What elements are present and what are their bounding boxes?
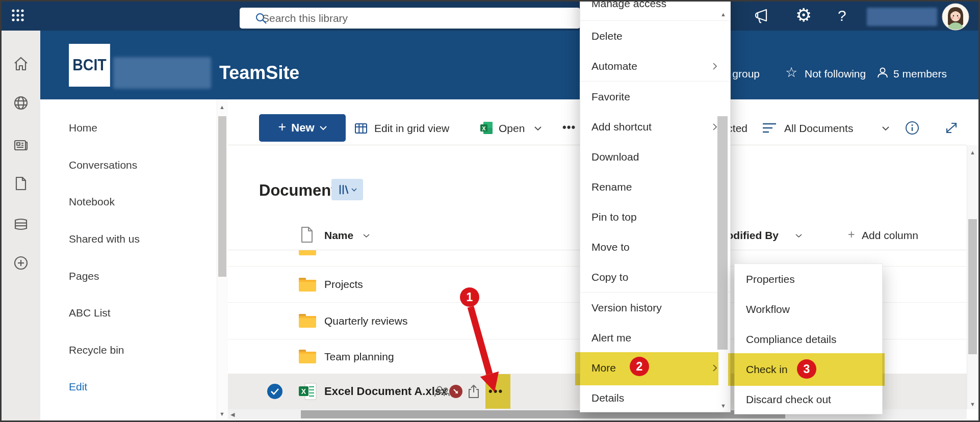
vertical-scrollbar-thumb[interactable] [968, 219, 977, 354]
folder-icon[interactable] [298, 349, 317, 364]
folder-row-quarterly-reviews[interactable]: Quarterly reviews [324, 315, 407, 327]
svg-text:X: X [482, 125, 486, 131]
follow-button[interactable]: Not following [805, 68, 866, 80]
grid-view-icon [354, 121, 368, 136]
megaphone-icon[interactable] [754, 8, 773, 24]
edit-grid-view-button[interactable]: Edit in grid view [374, 122, 449, 135]
submenu-item-discard-check-out[interactable]: Discard check out [735, 384, 882, 414]
menu-item-move-to[interactable]: Move to [580, 232, 730, 262]
menu-item-label: Alert me [591, 332, 631, 344]
menu-scrollbar-thumb[interactable] [717, 116, 728, 350]
globe-icon[interactable] [13, 95, 29, 111]
person-icon [876, 66, 889, 80]
site-title[interactable]: TeamSite [219, 62, 299, 84]
nav-scrollbar-thumb[interactable] [218, 116, 226, 277]
folder-row-team-planning[interactable]: Team planning [324, 351, 394, 363]
menu-item-label: Rename [591, 181, 632, 193]
menu-item-rename[interactable]: Rename [580, 172, 730, 202]
menu-item-label: Version history [591, 302, 662, 314]
nav-item-abc-list[interactable]: ABC List [69, 307, 111, 319]
new-button[interactable]: + New [259, 114, 346, 142]
menu-item-delete[interactable]: Delete [580, 21, 730, 51]
chevron-down-icon [363, 234, 370, 238]
menu-item-favorite[interactable]: Favorite [580, 82, 730, 112]
help-icon[interactable]: ? [838, 7, 846, 24]
plus-icon: + [278, 119, 286, 135]
menu-item-add-shortcut[interactable]: Add shortcut [580, 112, 730, 142]
submenu-item-compliance-details[interactable]: Compliance details [735, 324, 882, 354]
info-icon[interactable] [905, 120, 920, 136]
submenu-item-properties[interactable]: Properties [735, 264, 882, 294]
chevron-down-icon [795, 234, 802, 238]
chevron-down-icon[interactable] [534, 126, 541, 131]
menu-item-alert-me[interactable]: Alert me [580, 323, 730, 353]
nav-scroll-up-icon[interactable]: ▲ [219, 104, 225, 110]
view-toggle-button[interactable] [331, 179, 363, 200]
menu-item-label: Automate [591, 60, 637, 72]
annotation-badge-2: 2 [630, 357, 649, 376]
news-icon[interactable] [13, 137, 29, 153]
nav-item-home[interactable]: Home [69, 122, 97, 134]
search-placeholder: Search this library [262, 12, 348, 24]
user-name-redacted [867, 8, 937, 26]
v-scroll-down-icon[interactable]: ▼ [970, 402, 975, 407]
document-icon[interactable] [13, 175, 29, 192]
menu-item-version-history[interactable]: Version history [580, 293, 730, 323]
nav-item-notebook[interactable]: Notebook [69, 196, 115, 208]
nav-item-recycle-bin[interactable]: Recycle bin [69, 344, 124, 356]
menu-item-label: Discard check out [746, 393, 831, 406]
avatar[interactable] [942, 3, 969, 31]
bookshelf-icon [338, 184, 349, 195]
folder-row-projects[interactable]: Projects [324, 278, 363, 291]
folder-icon[interactable] [298, 277, 317, 292]
add-circle-icon[interactable] [13, 255, 29, 271]
menu-item-label: Add shortcut [591, 121, 652, 133]
menu-item-copy-to[interactable]: Copy to [580, 262, 730, 292]
menu-item-details[interactable]: Details [580, 383, 730, 413]
nav-item-conversations[interactable]: Conversations [69, 159, 137, 171]
folder-icon[interactable] [298, 313, 317, 328]
menu-scroll-up-icon[interactable]: ▲ [720, 12, 726, 17]
star-icon: ☆ [785, 64, 797, 81]
menu-item-label: Compliance details [746, 333, 836, 346]
file-row-name[interactable]: Excel Document A.xlsx [324, 385, 447, 398]
app-launcher-waffle-icon[interactable] [11, 9, 25, 22]
menu-item-label: Download [591, 151, 639, 163]
nav-item-shared-with-us[interactable]: Shared with us [69, 233, 140, 245]
h-scroll-left-icon[interactable]: ◀ [230, 412, 235, 417]
plus-icon: + [848, 228, 855, 242]
menu-item-label: Copy to [591, 271, 628, 283]
excel-file-icon: X [298, 382, 318, 401]
annotation-arrow [449, 279, 515, 412]
row-selected-check-icon[interactable] [267, 384, 282, 399]
file-type-column-icon [300, 226, 314, 243]
search-input[interactable]: Search this library [240, 8, 580, 29]
nav-item-pages[interactable]: Pages [69, 270, 99, 282]
column-header-name[interactable]: Name [324, 229, 353, 242]
menu-item-label: Details [591, 392, 624, 404]
nav-scroll-down-icon[interactable]: ▼ [219, 411, 225, 417]
people-icon[interactable] [434, 385, 450, 399]
menu-scroll-down-icon[interactable]: ▼ [720, 403, 726, 409]
site-logo[interactable]: BCIT [69, 44, 110, 87]
menu-item-manage-access[interactable]: Manage access [580, 0, 730, 20]
submenu-item-workflow[interactable]: Workflow [735, 294, 882, 324]
home-icon[interactable] [13, 56, 29, 72]
settings-gear-icon[interactable]: ⚙ [795, 3, 812, 28]
open-button[interactable]: Open [499, 122, 525, 135]
menu-item-download[interactable]: Download [580, 142, 730, 172]
chevron-down-icon[interactable] [882, 126, 889, 131]
submenu-chevron-icon [713, 123, 717, 130]
menu-item-automate[interactable]: Automate [580, 51, 730, 81]
menu-item-pin-to-top[interactable]: Pin to top [580, 202, 730, 232]
toolbar-overflow-ellipsis[interactable]: ••• [562, 121, 576, 134]
list-icon[interactable] [13, 216, 29, 232]
members-button[interactable]: 5 members [893, 68, 947, 80]
menu-item-label: Manage access [591, 0, 666, 10]
view-selector-button[interactable]: All Documents [784, 122, 853, 135]
add-column-button[interactable]: Add column [862, 229, 918, 242]
v-scroll-up-icon[interactable]: ▲ [970, 150, 975, 155]
nav-edit-link[interactable]: Edit [69, 381, 87, 393]
expand-diagonal-icon[interactable] [943, 120, 960, 136]
menu-item-label: Pin to top [591, 211, 637, 223]
